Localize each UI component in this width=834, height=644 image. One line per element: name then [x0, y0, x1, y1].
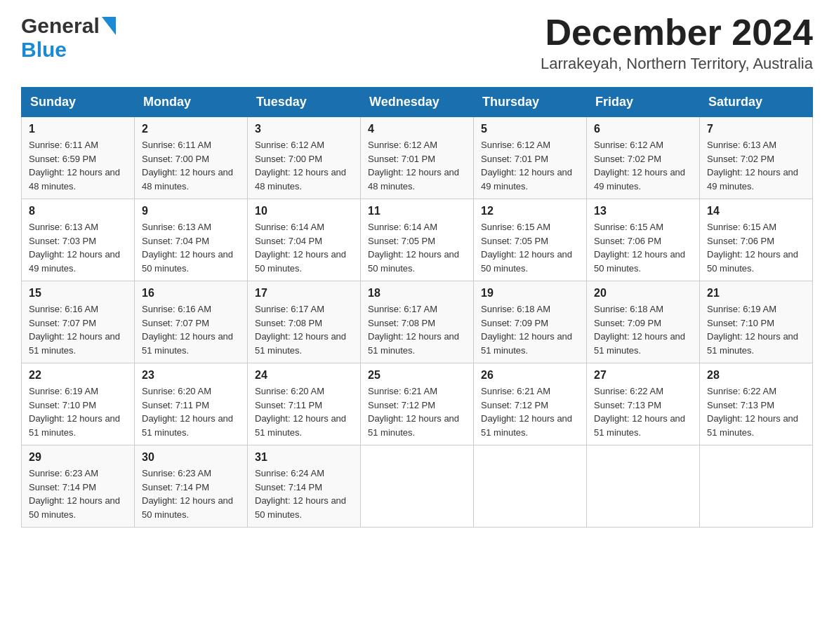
table-row: 1Sunrise: 6:11 AMSunset: 6:59 PMDaylight… [22, 117, 135, 199]
day-number: 6 [594, 123, 692, 135]
table-row: 5Sunrise: 6:12 AMSunset: 7:01 PMDaylight… [474, 117, 587, 199]
calendar-header-row: Sunday Monday Tuesday Wednesday Thursday… [22, 88, 813, 117]
day-number: 11 [368, 205, 466, 217]
day-info: Sunrise: 6:19 AMSunset: 7:10 PMDaylight:… [29, 384, 127, 439]
day-info: Sunrise: 6:13 AMSunset: 7:04 PMDaylight:… [142, 220, 240, 275]
day-info: Sunrise: 6:20 AMSunset: 7:11 PMDaylight:… [255, 384, 353, 439]
day-number: 14 [707, 205, 805, 217]
table-row [474, 445, 587, 528]
day-info: Sunrise: 6:23 AMSunset: 7:14 PMDaylight:… [29, 467, 127, 521]
day-number: 30 [142, 451, 240, 464]
day-info: Sunrise: 6:22 AMSunset: 7:13 PMDaylight:… [594, 384, 692, 439]
day-info: Sunrise: 6:12 AMSunset: 7:02 PMDaylight:… [594, 138, 692, 193]
header-wednesday: Wednesday [361, 88, 474, 117]
header-saturday: Saturday [700, 88, 813, 117]
day-number: 24 [255, 369, 353, 382]
table-row: 14Sunrise: 6:15 AMSunset: 7:06 PMDayligh… [700, 199, 813, 281]
logo-general-text: General [21, 14, 100, 38]
table-row: 15Sunrise: 6:16 AMSunset: 7:07 PMDayligh… [22, 281, 135, 363]
table-row [700, 445, 813, 528]
table-row: 31Sunrise: 6:24 AMSunset: 7:14 PMDayligh… [248, 445, 361, 528]
table-row: 18Sunrise: 6:17 AMSunset: 7:08 PMDayligh… [361, 281, 474, 363]
logo-arrow-icon [102, 17, 116, 38]
table-row: 7Sunrise: 6:13 AMSunset: 7:02 PMDaylight… [700, 117, 813, 199]
table-row: 13Sunrise: 6:15 AMSunset: 7:06 PMDayligh… [587, 199, 700, 281]
day-number: 13 [594, 205, 692, 217]
day-info: Sunrise: 6:16 AMSunset: 7:07 PMDaylight:… [29, 302, 127, 357]
day-number: 16 [142, 287, 240, 300]
logo: General Blue [21, 14, 116, 62]
location-subtitle: Larrakeyah, Northern Territory, Australi… [541, 55, 813, 73]
day-number: 21 [707, 287, 805, 300]
day-info: Sunrise: 6:16 AMSunset: 7:07 PMDaylight:… [142, 302, 240, 357]
table-row: 6Sunrise: 6:12 AMSunset: 7:02 PMDaylight… [587, 117, 700, 199]
table-row: 16Sunrise: 6:16 AMSunset: 7:07 PMDayligh… [135, 281, 248, 363]
calendar-week-row: 1Sunrise: 6:11 AMSunset: 6:59 PMDaylight… [22, 117, 813, 199]
day-info: Sunrise: 6:14 AMSunset: 7:04 PMDaylight:… [255, 220, 353, 275]
table-row: 25Sunrise: 6:21 AMSunset: 7:12 PMDayligh… [361, 363, 474, 445]
page-header: General Blue December 2024 Larrakeyah, N… [21, 14, 813, 73]
day-info: Sunrise: 6:13 AMSunset: 7:02 PMDaylight:… [707, 138, 805, 193]
table-row: 10Sunrise: 6:14 AMSunset: 7:04 PMDayligh… [248, 199, 361, 281]
table-row: 2Sunrise: 6:11 AMSunset: 7:00 PMDaylight… [135, 117, 248, 199]
day-number: 25 [368, 369, 466, 382]
day-number: 26 [481, 369, 579, 382]
day-info: Sunrise: 6:18 AMSunset: 7:09 PMDaylight:… [481, 302, 579, 357]
logo-blue-text: Blue [21, 38, 67, 62]
day-info: Sunrise: 6:18 AMSunset: 7:09 PMDaylight:… [594, 302, 692, 357]
header-monday: Monday [135, 88, 248, 117]
day-info: Sunrise: 6:15 AMSunset: 7:05 PMDaylight:… [481, 220, 579, 275]
day-number: 23 [142, 369, 240, 382]
table-row: 28Sunrise: 6:22 AMSunset: 7:13 PMDayligh… [700, 363, 813, 445]
table-row: 23Sunrise: 6:20 AMSunset: 7:11 PMDayligh… [135, 363, 248, 445]
calendar-week-row: 29Sunrise: 6:23 AMSunset: 7:14 PMDayligh… [22, 445, 813, 528]
table-row [361, 445, 474, 528]
day-info: Sunrise: 6:19 AMSunset: 7:10 PMDaylight:… [707, 302, 805, 357]
header-thursday: Thursday [474, 88, 587, 117]
day-info: Sunrise: 6:21 AMSunset: 7:12 PMDaylight:… [481, 384, 579, 439]
month-year-title: December 2024 [541, 14, 813, 51]
table-row: 29Sunrise: 6:23 AMSunset: 7:14 PMDayligh… [22, 445, 135, 528]
day-number: 9 [142, 205, 240, 217]
day-number: 19 [481, 287, 579, 300]
day-number: 4 [368, 123, 466, 135]
table-row: 17Sunrise: 6:17 AMSunset: 7:08 PMDayligh… [248, 281, 361, 363]
day-info: Sunrise: 6:15 AMSunset: 7:06 PMDaylight:… [594, 220, 692, 275]
day-number: 7 [707, 123, 805, 135]
day-number: 15 [29, 287, 127, 300]
day-info: Sunrise: 6:13 AMSunset: 7:03 PMDaylight:… [29, 220, 127, 275]
title-section: December 2024 Larrakeyah, Northern Terri… [541, 14, 813, 73]
day-info: Sunrise: 6:12 AMSunset: 7:00 PMDaylight:… [255, 138, 353, 193]
day-number: 28 [707, 369, 805, 382]
table-row: 9Sunrise: 6:13 AMSunset: 7:04 PMDaylight… [135, 199, 248, 281]
day-info: Sunrise: 6:11 AMSunset: 7:00 PMDaylight:… [142, 138, 240, 193]
header-friday: Friday [587, 88, 700, 117]
day-number: 12 [481, 205, 579, 217]
table-row: 19Sunrise: 6:18 AMSunset: 7:09 PMDayligh… [474, 281, 587, 363]
day-number: 18 [368, 287, 466, 300]
calendar-week-row: 15Sunrise: 6:16 AMSunset: 7:07 PMDayligh… [22, 281, 813, 363]
day-number: 10 [255, 205, 353, 217]
day-info: Sunrise: 6:20 AMSunset: 7:11 PMDaylight:… [142, 384, 240, 439]
day-info: Sunrise: 6:11 AMSunset: 6:59 PMDaylight:… [29, 138, 127, 193]
day-info: Sunrise: 6:15 AMSunset: 7:06 PMDaylight:… [707, 220, 805, 275]
day-info: Sunrise: 6:17 AMSunset: 7:08 PMDaylight:… [368, 302, 466, 357]
table-row: 22Sunrise: 6:19 AMSunset: 7:10 PMDayligh… [22, 363, 135, 445]
table-row [587, 445, 700, 528]
day-number: 2 [142, 123, 240, 135]
table-row: 12Sunrise: 6:15 AMSunset: 7:05 PMDayligh… [474, 199, 587, 281]
day-number: 8 [29, 205, 127, 217]
table-row: 30Sunrise: 6:23 AMSunset: 7:14 PMDayligh… [135, 445, 248, 528]
table-row: 21Sunrise: 6:19 AMSunset: 7:10 PMDayligh… [700, 281, 813, 363]
day-number: 22 [29, 369, 127, 382]
day-info: Sunrise: 6:23 AMSunset: 7:14 PMDaylight:… [142, 467, 240, 521]
calendar-table: Sunday Monday Tuesday Wednesday Thursday… [21, 87, 813, 528]
table-row: 20Sunrise: 6:18 AMSunset: 7:09 PMDayligh… [587, 281, 700, 363]
day-number: 1 [29, 123, 127, 135]
header-sunday: Sunday [22, 88, 135, 117]
day-number: 5 [481, 123, 579, 135]
svg-marker-0 [102, 17, 116, 35]
table-row: 4Sunrise: 6:12 AMSunset: 7:01 PMDaylight… [361, 117, 474, 199]
table-row: 8Sunrise: 6:13 AMSunset: 7:03 PMDaylight… [22, 199, 135, 281]
table-row: 24Sunrise: 6:20 AMSunset: 7:11 PMDayligh… [248, 363, 361, 445]
